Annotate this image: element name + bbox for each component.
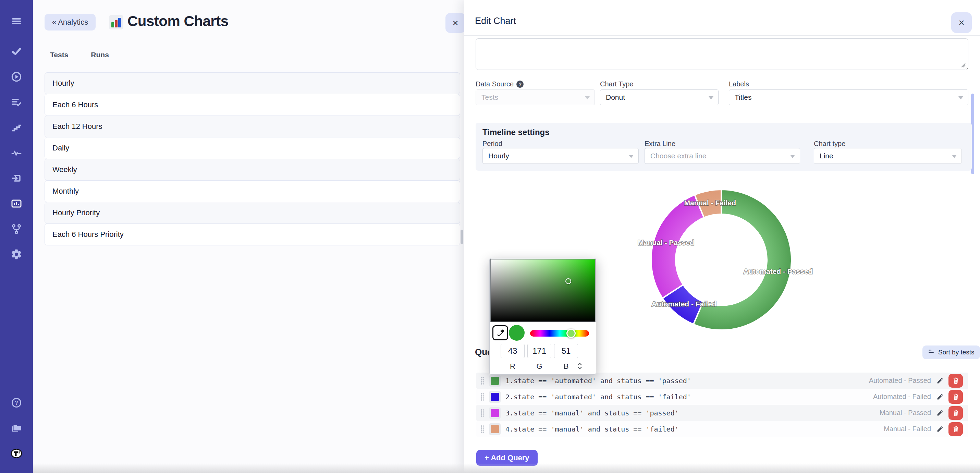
donut-chart[interactable]: Automated - PassedAutomated - FailedManu… [601,187,848,335]
query-list: 1.state == 'automated' and status == 'pa… [476,373,968,437]
edit-query-button[interactable] [937,393,944,400]
drag-handle-icon[interactable] [480,425,484,433]
edit-query-button[interactable] [937,409,944,416]
edit-query-button[interactable] [937,377,944,384]
chart-list-row[interactable]: Each 6 Hours Priority [45,223,460,245]
chart-type-label: Chart Type [600,80,633,88]
folders-icon [11,422,22,434]
chart-list-row[interactable]: Hourly Priority [45,202,460,224]
color-picker-popup: R G B [489,258,596,374]
chevron-down-icon [629,155,633,158]
list-panel-close-button[interactable]: × [445,13,465,33]
sidebar-item-menu[interactable] [8,13,25,30]
labels-select[interactable]: Titles [729,89,968,105]
blue-input[interactable] [554,344,578,358]
chart-list-row[interactable]: Weekly [45,159,460,181]
eyedropper-button[interactable] [492,325,508,340]
sidebar-item-help-circle[interactable]: ? [8,394,25,411]
hue-slider-thumb[interactable] [566,329,576,338]
custom-charts-panel: « Analytics Custom Charts × Tests Runs H… [33,0,465,473]
help-icon[interactable]: ? [516,81,523,88]
timeline-chart-type-select[interactable]: Line [814,148,962,164]
chart-name: Each 12 Hours [52,122,102,131]
edit-query-button[interactable] [937,425,944,433]
donut-slice-label: Manual - Passed [638,239,694,247]
chart-list-row[interactable]: Hourly [45,72,460,94]
query-status-label: Automated - Passed [869,377,931,385]
drag-handle-icon[interactable] [480,393,484,401]
query-color-swatch[interactable] [489,423,501,435]
query-color-swatch[interactable] [489,391,501,403]
chart-name: Monthly [52,187,79,196]
chevron-down-icon [709,96,713,99]
pulse-icon [11,147,22,159]
red-label: R [501,362,525,371]
delete-query-button[interactable] [948,422,963,436]
chart-name: Hourly Priority [52,209,100,217]
tab-runs[interactable]: Runs [91,51,109,59]
sidebar-item-bar-chart[interactable] [8,195,25,212]
updown-spinner-icon[interactable] [578,362,582,370]
chevron-down-icon [585,96,590,99]
drag-handle-icon[interactable] [480,377,484,385]
sidebar-item-logo-t[interactable] [8,445,25,462]
chart-type-select[interactable]: Donut [600,89,719,105]
sidebar-item-git-branch[interactable] [8,220,25,237]
header-divider [464,35,980,36]
play-circle-icon [11,71,22,83]
page-title: Custom Charts [127,13,229,29]
extra-line-select[interactable]: Choose extra line [644,148,800,164]
bar-chart-emoji-icon [109,15,123,29]
edit-panel-close-button[interactable]: × [951,12,972,33]
donut-segment-manual-passed[interactable] [651,195,704,298]
list-scrollbar-thumb[interactable] [461,229,463,244]
hue-slider[interactable] [530,330,589,337]
bar-chart-icon [11,198,22,209]
delete-query-button[interactable] [948,406,963,420]
period-select[interactable]: Hourly [482,148,639,164]
chart-list-row[interactable]: Monthly [45,180,460,202]
query-expression: 1.state == 'automated' and status == 'pa… [506,377,691,385]
git-branch-icon [11,223,22,235]
saturation-cursor[interactable] [565,278,571,284]
analytics-back-button[interactable]: « Analytics [45,14,95,30]
period-label: Period [482,140,502,148]
chart-list-row[interactable]: Each 6 Hours [45,94,460,116]
donut-slice-label: Automated - Failed [652,300,716,308]
app-root: ? « Analytics Custom Charts × Tests Runs… [0,0,980,473]
chart-name: Each 6 Hours [52,100,98,109]
drag-handle-icon[interactable] [480,409,484,417]
sidebar-item-play-circle[interactable] [8,68,25,85]
tabs: Tests Runs [50,51,109,59]
chart-textarea[interactable] [476,38,968,70]
bottom-fade [33,463,980,473]
chart-list-row[interactable]: Each 12 Hours [45,116,460,137]
query-expression: 4.state == 'manual' and status == 'faile… [506,425,679,433]
delete-query-button[interactable] [948,374,963,388]
sidebar-item-gear[interactable] [8,246,25,263]
sidebar-item-import[interactable] [8,170,25,187]
data-source-select[interactable]: Tests [476,89,595,105]
sidebar-item-check[interactable] [8,43,25,60]
green-input[interactable] [527,344,551,358]
sort-icon [928,349,935,356]
chart-name: Weekly [52,165,77,174]
chart-name: Hourly [52,79,74,88]
labels-label: Labels [729,80,749,88]
edit-chart-title: Edit Chart [475,16,516,26]
sidebar-item-folders[interactable] [8,419,25,437]
gear-icon [11,248,22,260]
tab-tests[interactable]: Tests [50,51,68,59]
data-source-label: Data Source ? [476,80,523,88]
delete-query-button[interactable] [948,390,963,404]
sort-by-tests-button[interactable]: Sort by tests [923,346,980,359]
saturation-area[interactable] [490,259,595,322]
query-color-swatch[interactable] [489,407,501,419]
chart-list-row[interactable]: Daily [45,137,460,159]
query-expression: 3.state == 'manual' and status == 'passe… [506,409,679,417]
red-input[interactable] [501,344,525,358]
sidebar-item-list-check[interactable] [8,94,25,111]
sidebar-item-steps[interactable] [8,119,25,136]
query-color-swatch[interactable] [489,375,501,387]
sidebar-item-pulse[interactable] [8,144,25,161]
